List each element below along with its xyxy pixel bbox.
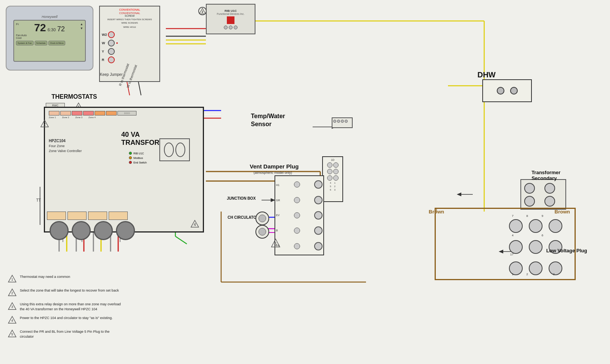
rib-subtitle: Functional Devices Inc. <box>217 13 244 15</box>
svg-text:2: 2 <box>202 10 204 14</box>
terminal-circle-r <box>108 56 115 63</box>
dhw-terminal-2 <box>510 87 518 95</box>
terminal-circles-right <box>314 178 323 253</box>
badge-4-inner: 4 <box>191 220 199 229</box>
terminal-col-left: H1 GR EV B FR <box>275 176 323 255</box>
terminal-r: R <box>102 58 106 62</box>
lv-num-1: 1 <box>512 273 514 276</box>
zvc-3 <box>88 212 107 220</box>
lv-num-3: 3 <box>553 273 555 276</box>
tmr-3 <box>314 211 323 220</box>
legend-text-3: Using this extra relay design on more th… <box>20 302 122 311</box>
lv-circle-17 <box>509 261 523 275</box>
svg-point-66 <box>176 143 185 157</box>
svg-text:2: 2 <box>11 291 13 295</box>
zone3-label: Zone 3 <box>75 116 82 119</box>
legend-text-5: Connect the PR and BL from Line Voltage … <box>20 329 122 339</box>
legend-triangle-2: 2 <box>8 288 17 298</box>
rib-relay-box: RIB U1C Functional Devices Inc. <box>206 4 255 34</box>
dhw-label: DHW <box>477 71 496 79</box>
lv-num-17: 17 <box>510 253 514 256</box>
wire-screws-label: WIRE SCREWS <box>102 22 157 24</box>
legend-area: 1 Thermostat may need a common 2 Select … <box>8 274 122 343</box>
indicator-power: RIB U1C <box>129 152 147 155</box>
lv-circle-7 <box>509 219 523 233</box>
tm-4 <box>294 228 300 234</box>
rib-terminal-2 <box>229 26 233 29</box>
vent-id-label: 1D <box>331 159 334 161</box>
legend-item-2: 2 Select the zone that will take the lon… <box>8 288 122 298</box>
tc-4 <box>83 111 94 115</box>
pump-symbol-1 <box>255 212 269 225</box>
low-voltage-plug-label: Low Voltage Plug <box>546 248 587 253</box>
thermo-clock-btn[interactable]: Clock & More <box>48 41 65 45</box>
thermo-system-btn[interactable]: System & Fan <box>16 41 34 45</box>
ts-grid <box>521 180 565 210</box>
svg-text:5: 5 <box>274 242 277 246</box>
tc-misc: □ □ □ <box>117 111 136 115</box>
legend-item-3: 3 Using this extra relay design on more … <box>8 302 122 312</box>
ts-circle-4 <box>544 196 555 207</box>
ts-circle-2 <box>544 183 555 194</box>
terminal-w2: W2 <box>102 33 106 37</box>
badge-5: 5 <box>271 238 281 250</box>
thermostats-label: THERMOSTATS <box>51 93 97 100</box>
pump-inner-2 <box>258 228 266 236</box>
terminal-circle-w2 <box>108 31 115 38</box>
svg-text:2: 2 <box>43 122 46 127</box>
junction-box-label: JUNCTION BOX <box>227 196 256 200</box>
tc-misc-label: □ □ □ <box>124 112 130 114</box>
zone1-label: Zone 1 <box>49 116 56 119</box>
lv-circle-3 <box>549 261 562 275</box>
lv-num-9: 9 <box>542 214 543 218</box>
legend-text-4: Power to the HPZC 104 and circulator to … <box>20 316 113 321</box>
temp-water-sensor-label: Temp/Water Sensor <box>251 112 285 128</box>
svg-text:1: 1 <box>11 277 13 281</box>
legend-text-2: Select the zone that will take the longe… <box>20 288 119 293</box>
legend-triangle-4: 4 <box>8 316 17 326</box>
thermo-schedule-btn[interactable]: Schedule <box>35 41 47 45</box>
dhw-terminal-1 <box>497 87 504 95</box>
tc-6 <box>106 111 117 115</box>
lv-num-2: 2 <box>527 273 528 276</box>
svg-text:4: 4 <box>11 319 13 322</box>
svg-line-43 <box>175 236 187 244</box>
hpzc-label: HPZC104 Four Zone Zone Valve Controller <box>49 138 82 153</box>
tc-5 <box>95 111 105 115</box>
lv-circle-9 <box>549 219 562 233</box>
lv-num-6: 6 <box>542 234 543 237</box>
ts-circle-3 <box>524 196 535 207</box>
hpzc-model: HPZC104 <box>49 138 82 144</box>
lv-num-8: 8 <box>527 214 528 218</box>
svg-text:5: 5 <box>11 332 13 336</box>
insert-wires-label: INSERT WIRES THEN TIGHTEN SCREWS <box>102 18 157 21</box>
zone-valves-row <box>50 221 135 240</box>
zone4-label: Zone 4 <box>88 116 96 119</box>
main-terminal-block: H1 GR EV B FR <box>274 175 324 255</box>
tc-3 <box>72 111 82 115</box>
legend-triangle-1: 1 <box>8 274 17 284</box>
terminal-rows: H1 GR EV B FR <box>275 176 323 255</box>
thermostat: Honeywell Fr 72 6:30 72 ▲ ▼ Fan Auto Coo… <box>6 6 93 71</box>
terminal-circle-w <box>108 40 115 47</box>
vc-1 <box>327 162 332 168</box>
zvc-1 <box>47 212 66 220</box>
wiring-panel: CONVENTIONAL CONVENTIONAL SCREW INSERT W… <box>99 6 160 82</box>
terminal-w: W <box>102 41 106 45</box>
zone-labels: Zone 1 Zone 2 Zone 3 Zone 4 <box>49 116 96 119</box>
rib-label: RIB U1C <box>225 9 237 13</box>
terminal-circles-main <box>294 178 300 253</box>
lv-circle-2 <box>529 261 543 275</box>
lv-circle-4 <box>509 240 523 254</box>
keep-jumper-label: Keep Jumper <box>100 72 122 77</box>
indicator-modbus: Modbus <box>129 156 147 159</box>
lv-circle-5 <box>529 240 543 254</box>
rib-terminal-3 <box>234 26 238 29</box>
hpzc-type: Four Zone <box>49 144 82 149</box>
thermostat-screen: Fr 72 6:30 72 ▲ ▼ Fan Auto Cool System &… <box>13 20 86 62</box>
vc-6 <box>333 175 339 181</box>
tt-label: TT <box>36 198 41 202</box>
brown-label-right: Brown <box>555 209 570 215</box>
terminal-block: W2 W Y R <box>102 31 157 63</box>
vc-2 <box>333 162 339 168</box>
